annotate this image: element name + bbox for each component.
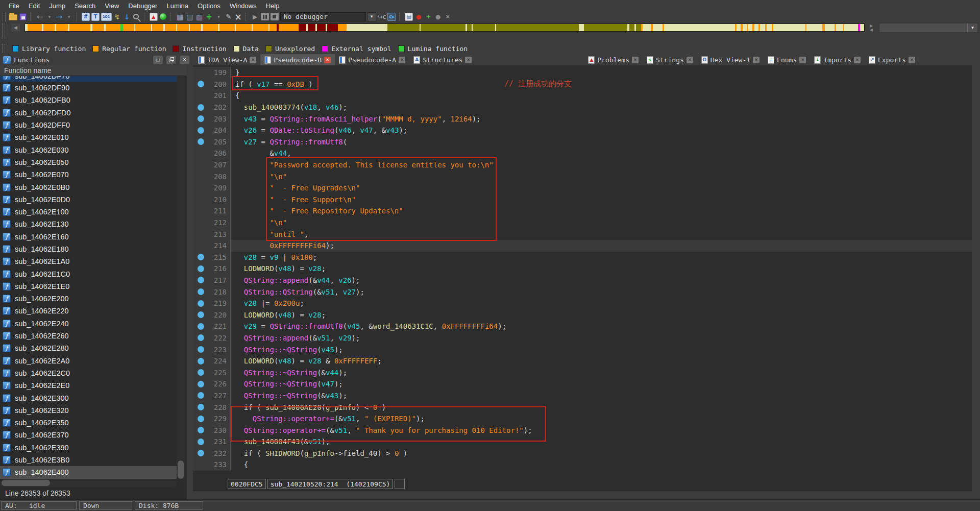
function-list-item[interactable]: ƒsub_14062E2E0: [0, 379, 177, 392]
code-line[interactable]: 204 v26 = QDate::toString(v46, v47, &v43…: [193, 125, 972, 136]
code-line[interactable]: 220 LODWORD(v48) = v28;: [193, 309, 972, 321]
function-list-item[interactable]: ƒsub_14062DF90: [0, 82, 177, 94]
menu-item-debugger[interactable]: Debugger: [124, 1, 162, 11]
disable-breakpoint-icon[interactable]: ●: [434, 12, 442, 21]
function-list-item[interactable]: ƒsub_14062E070: [0, 168, 177, 181]
jump-xref-icon[interactable]: ↓: [123, 12, 131, 21]
breakpoint-dot-icon[interactable]: [193, 416, 208, 422]
menu-item-search[interactable]: Search: [70, 1, 100, 11]
function-list-item[interactable]: ƒsub_14062DFF0: [0, 119, 177, 131]
function-list-item[interactable]: ƒsub_14062E300: [0, 392, 177, 404]
breakpoint-dot-icon[interactable]: [193, 104, 208, 111]
code-line[interactable]: 230 QString::operator+=(&v51, " Thank yo…: [193, 424, 972, 436]
lumina-status-icon[interactable]: [159, 12, 167, 21]
code-line[interactable]: 219 v28 |= 0x200u;: [193, 298, 972, 309]
menu-item-file[interactable]: File: [4, 1, 24, 11]
toolbar-drag-handle-icon[interactable]: [2, 23, 5, 39]
add-breakpoint-icon[interactable]: ●: [414, 12, 423, 21]
tab-hex-view-1[interactable]: OHex View-1×: [697, 54, 764, 65]
breakpoint-dot-icon[interactable]: [193, 323, 208, 330]
function-list-item[interactable]: ƒsub_14062E160: [0, 231, 177, 243]
function-list-item[interactable]: ƒsub_14062DFB0: [0, 94, 177, 106]
breakpoint-dot-icon[interactable]: [193, 346, 208, 353]
disable-breakpoint-x-icon[interactable]: ×: [444, 12, 452, 21]
function-list-item[interactable]: ƒsub_14062E240: [0, 318, 177, 330]
menu-item-options[interactable]: Options: [193, 1, 225, 11]
close-tab-icon[interactable]: ×: [399, 57, 405, 63]
function-list-item[interactable]: ƒsub_14062E1C0: [0, 267, 177, 280]
code-line[interactable]: 201{: [193, 90, 972, 102]
delete-function-icon[interactable]: ×: [234, 12, 242, 21]
back-dropdown-icon[interactable]: ▾: [45, 12, 54, 21]
tab-exports[interactable]: ↗Exports×: [865, 54, 919, 65]
breakpoint-list-icon[interactable]: ▤: [405, 13, 413, 21]
function-list-item[interactable]: ƒsub_14062E0D0: [0, 193, 177, 206]
code-line[interactable]: 224 LODWORD(v48) = v28 & 0xFFFFFEFF;: [193, 355, 972, 367]
function-list-item[interactable]: ƒsub_14062E0B0: [0, 181, 177, 193]
breakpoint-dot-icon[interactable]: [193, 115, 208, 122]
code-line[interactable]: 229 QString::operator+=(&v51, " (EXPIRED…: [193, 413, 972, 425]
forward-dropdown-icon[interactable]: ▾: [65, 12, 73, 21]
run-until-cursor-icon[interactable]: ↪c: [378, 12, 386, 21]
breakpoint-dot-icon[interactable]: [193, 369, 208, 376]
function-list-item[interactable]: ƒsub_14062E1E0: [0, 280, 177, 293]
close-tab-icon[interactable]: ×: [687, 57, 693, 63]
tab-problems[interactable]: ▲Problems×: [584, 54, 643, 65]
close-panel-icon[interactable]: ×: [180, 56, 189, 64]
code-line[interactable]: 199}: [193, 67, 972, 79]
breakpoint-dot-icon[interactable]: [193, 392, 208, 399]
function-list-item[interactable]: ƒsub_14062E320: [0, 404, 177, 417]
open-file-icon[interactable]: [9, 12, 17, 21]
scrollbar-thumb[interactable]: [178, 460, 184, 479]
add-breakpoint-plus-icon[interactable]: +: [424, 12, 432, 21]
function-list-item[interactable]: ƒsub_14062E3B0: [0, 454, 177, 466]
jump-name-icon[interactable]: T: [91, 13, 100, 21]
breakpoint-dot-icon[interactable]: [193, 254, 208, 260]
function-list-item[interactable]: ƒsub_14062E280: [0, 342, 177, 354]
close-tab-icon[interactable]: ×: [250, 57, 256, 63]
code-line[interactable]: 223 QString::~QString(v45);: [193, 344, 972, 355]
code-line[interactable]: 214 0xFFFFFFFFi64);: [193, 240, 972, 252]
breakpoint-dot-icon[interactable]: [193, 277, 208, 283]
close-tab-icon[interactable]: ×: [799, 57, 806, 63]
code-line[interactable]: 218 QString::QString(&v51, v27);: [193, 286, 972, 298]
menu-item-windows[interactable]: Windows: [225, 1, 261, 11]
functions-horizontal-scrollbar[interactable]: [0, 479, 177, 487]
function-list-item[interactable]: ƒsub_14062E200: [0, 293, 177, 305]
close-tab-icon[interactable]: ×: [753, 57, 760, 63]
tab-ida-view-a[interactable]: IDA View-A×: [194, 54, 260, 65]
code-line[interactable]: 221 v29 = QString::fromUtf8(v45, &word_1…: [193, 321, 972, 332]
debugger-select-arrow[interactable]: ▼: [368, 12, 376, 21]
jump-segment-icon[interactable]: 101: [101, 13, 112, 21]
menu-item-lumina[interactable]: Lumina: [162, 1, 193, 11]
code-line[interactable]: 212 "\n": [193, 217, 972, 229]
function-list-item[interactable]: ƒsub_14062E370: [0, 429, 177, 441]
tab-imports[interactable]: ↓Imports×: [810, 54, 865, 65]
function-list-item-partial[interactable]: ƒsub_14062DF70: [0, 76, 177, 82]
function-list-item[interactable]: ƒsub_14062E220: [0, 305, 177, 317]
scrollbar-thumb[interactable]: [2, 480, 50, 486]
function-list-item[interactable]: ƒsub_14062E180: [0, 243, 177, 255]
function-list-item[interactable]: ƒsub_14062E400: [0, 466, 177, 478]
debugger-stop-icon[interactable]: [271, 13, 279, 20]
function-list-item[interactable]: ƒsub_14062E1A0: [0, 255, 177, 267]
save-icon[interactable]: [19, 12, 27, 21]
code-line[interactable]: 209 " - Free Upgrades\n": [193, 182, 972, 194]
breakpoint-dot-icon[interactable]: [193, 138, 208, 145]
code-line[interactable]: 205 v27 = QString::fromUtf8(: [193, 136, 972, 148]
tab-enums[interactable]: ≡Enums×: [764, 54, 810, 65]
edit-function-icon[interactable]: ✎: [225, 12, 233, 21]
code-line[interactable]: 227 QString::~QString(&v43);: [193, 390, 972, 402]
function-name-column-header[interactable]: Function name: [0, 65, 187, 76]
menu-item-jump[interactable]: Jump: [44, 1, 70, 11]
maximize-panel-icon[interactable]: □: [153, 56, 163, 64]
create-struct-icon[interactable]: ▥: [195, 12, 204, 21]
breakpoint-dot-icon[interactable]: [193, 265, 208, 272]
code-line[interactable]: 217 QString::append(&v44, v26);: [193, 275, 972, 286]
function-list-item[interactable]: ƒsub_14062DFD0: [0, 107, 177, 119]
code-line[interactable]: 225 QString::~QString(&v44);: [193, 367, 972, 378]
navband-scroll-arrows-icon[interactable]: ▶◀: [868, 23, 875, 33]
code-line[interactable]: 222 QString::append(&v51, v29);: [193, 332, 972, 344]
code-line[interactable]: 208 "\n": [193, 171, 972, 182]
quick-debug-view-icon[interactable]: c▸: [387, 13, 396, 21]
